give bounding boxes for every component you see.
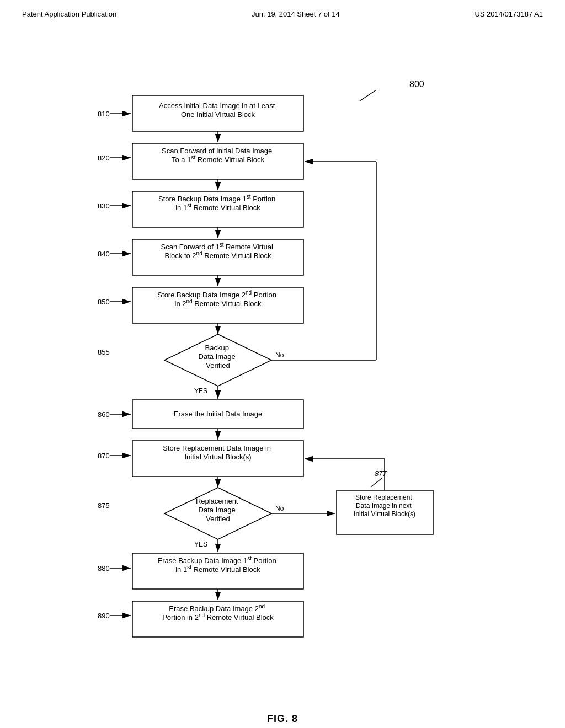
text-850: Store Backup Data Image 2nd Portion in 2… — [157, 290, 278, 308]
text-880: Erase Backup Data Image 1st Portion in 1… — [158, 555, 279, 574]
diagram-id-label: 800 — [409, 79, 424, 89]
diagram-area: 800 810 Access Initial Data Image in at … — [0, 24, 565, 708]
no-label-855: No — [275, 351, 284, 359]
svg-line-21 — [371, 478, 382, 487]
no-label-875: No — [275, 505, 284, 512]
text-855: Backup Data Image Verified — [199, 344, 238, 370]
label-840: 840 — [98, 250, 110, 258]
header-right: US 2014/0173187 A1 — [475, 10, 543, 18]
fig-label: FIG. 8 — [0, 713, 565, 725]
label-830: 830 — [98, 202, 110, 210]
text-860: Erase the Initial Data Image — [174, 410, 262, 418]
label-860: 860 — [98, 410, 110, 419]
label-880: 880 — [98, 564, 110, 572]
label-855: 855 — [98, 348, 110, 356]
svg-line-1 — [360, 90, 376, 101]
text-830: Store Backup Data Image 1st Portion in 1… — [158, 194, 278, 212]
label-875: 875 — [98, 501, 110, 510]
header-center: Jun. 19, 2014 Sheet 7 of 14 — [252, 10, 340, 18]
yes-label-875: YES — [194, 540, 207, 548]
text-877: Store Replacement Data Image in next Ini… — [354, 494, 415, 518]
text-890: Erase Backup Data Image 2nd Portion in 2… — [162, 603, 274, 622]
yes-label-855: YES — [194, 387, 207, 395]
label-870: 870 — [98, 452, 110, 460]
label-820: 820 — [98, 154, 110, 162]
label-890: 890 — [98, 612, 110, 620]
text-875: Replacement Data Image Verified — [196, 497, 240, 523]
header-left: Patent Application Publication — [22, 10, 116, 18]
flowchart-svg: 800 810 Access Initial Data Image in at … — [34, 35, 531, 697]
text-840: Scan Forward of 1st Remote Virtual Block… — [161, 242, 275, 260]
label-850: 850 — [98, 298, 110, 306]
label-877: 877 — [375, 469, 387, 478]
text-870: Store Replacement Data Image in Initial … — [163, 444, 273, 461]
text-820: Scan Forward of Initial Data Image To a … — [162, 147, 274, 164]
page-header: Patent Application Publication Jun. 19, … — [0, 0, 565, 24]
label-810: 810 — [98, 110, 110, 118]
text-810: Access Initial Data Image in at Least On… — [159, 101, 277, 119]
